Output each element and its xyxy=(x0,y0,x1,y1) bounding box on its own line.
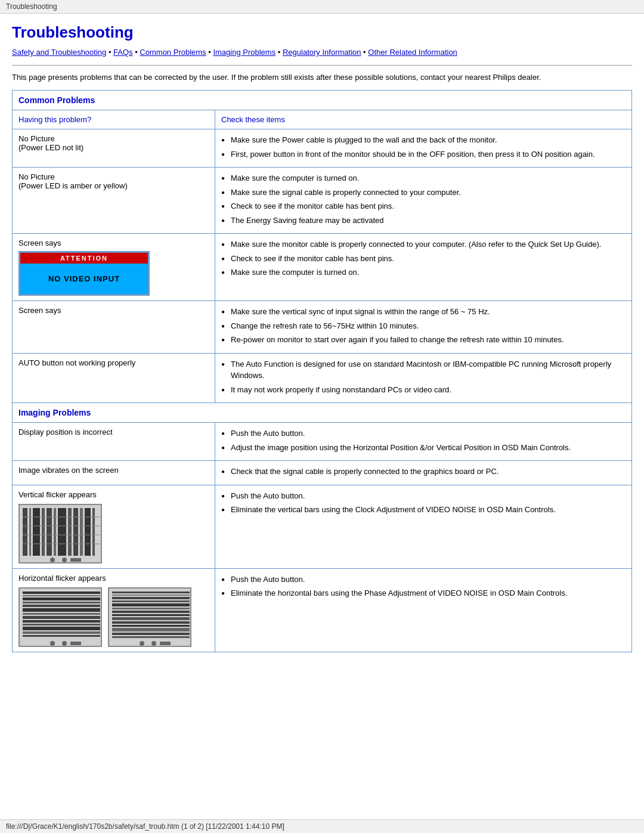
nav-link-imaging[interactable]: Imaging Problems xyxy=(213,48,275,57)
problem-cell: No Picture(Power LED not lit) xyxy=(13,129,215,168)
svg-rect-48 xyxy=(112,625,190,627)
problem-text: Display position is incorrect xyxy=(18,428,113,436)
svg-rect-1 xyxy=(23,508,27,556)
tab-label: Troubleshooting xyxy=(6,2,57,11)
check-cell: The Auto Function is designed for use on… xyxy=(215,353,632,403)
list-item: Push the Auto button. xyxy=(221,428,626,439)
problem-text: Horizontal flicker appears xyxy=(18,574,209,583)
list-item: Check to see if the monitor cable has be… xyxy=(221,253,626,265)
list-item: Check to see if the monitor cable has be… xyxy=(221,200,626,212)
svg-rect-38 xyxy=(112,592,190,593)
svg-rect-46 xyxy=(112,617,190,620)
table-row: Vertical flicker appears xyxy=(13,485,632,568)
list-item: Make sure the computer is turned on. xyxy=(221,267,626,278)
check-list: Make sure the monitor cable is properly … xyxy=(221,239,626,278)
svg-rect-39 xyxy=(112,594,190,596)
nav-link-faqs[interactable]: FAQs xyxy=(113,48,133,57)
svg-rect-6 xyxy=(54,508,56,556)
col-header-problem: Having this problem? xyxy=(13,110,215,129)
svg-rect-41 xyxy=(112,600,190,602)
problem-cell: Horizontal flicker appears xyxy=(13,568,215,652)
table-row: Horizontal flicker appears xyxy=(13,568,632,652)
list-item: Make sure the computer is turned on. xyxy=(221,172,626,184)
svg-point-34 xyxy=(50,641,55,646)
check-list: Make sure the vertical sync of input sig… xyxy=(221,306,626,346)
check-list: Push the Auto button. Eliminate the hori… xyxy=(221,574,626,599)
problem-text: Screen says xyxy=(18,239,209,247)
problem-cell: Vertical flicker appears xyxy=(13,485,215,568)
svg-rect-25 xyxy=(23,605,100,607)
svg-rect-54 xyxy=(160,642,171,645)
svg-rect-2 xyxy=(29,508,31,556)
problem-cell: No Picture(Power LED is amber or yellow) xyxy=(13,168,215,234)
svg-rect-30 xyxy=(23,624,100,625)
svg-rect-22 xyxy=(23,595,100,596)
nav-link-common[interactable]: Common Problems xyxy=(140,48,206,57)
check-list: Make sure the computer is turned on. Mak… xyxy=(221,172,626,226)
content-area: Troubleshooting Safety and Troubleshooti… xyxy=(0,14,644,670)
intro-text: This page presents problems that can be … xyxy=(12,72,632,83)
svg-rect-36 xyxy=(70,642,81,645)
check-cell: Make sure the computer is turned on. Mak… xyxy=(215,168,632,234)
screen-mock-horizontal-1 xyxy=(18,587,102,647)
problem-text: Image vibrates on the screen xyxy=(18,466,119,475)
list-item: Check that the signal cable is properly … xyxy=(221,466,626,478)
check-list: Push the Auto button. Adjust the image p… xyxy=(221,428,626,453)
problem-cell: AUTO button not working properly xyxy=(13,353,215,403)
problem-cell: Display position is incorrect xyxy=(13,423,215,461)
svg-rect-23 xyxy=(23,597,100,600)
svg-rect-45 xyxy=(112,614,190,616)
page-title: Troubleshooting xyxy=(12,23,632,42)
nav-link-regulatory[interactable]: Regulatory Information xyxy=(283,48,361,57)
list-item: Adjust the image position using the Hori… xyxy=(221,442,626,454)
svg-rect-12 xyxy=(92,508,95,556)
svg-rect-21 xyxy=(23,592,100,594)
table-row: No Picture(Power LED not lit) Make sure … xyxy=(13,129,632,168)
svg-rect-50 xyxy=(112,633,190,635)
svg-rect-32 xyxy=(23,631,100,634)
check-cell: Push the Auto button. Adjust the image p… xyxy=(215,423,632,461)
list-item: Re-power on monitor to start over again … xyxy=(221,334,626,346)
problem-text: Vertical flicker appears xyxy=(18,490,209,499)
list-item: Eliminate the vertical bars using the Cl… xyxy=(221,504,626,516)
check-cell: Check that the signal cable is properly … xyxy=(215,461,632,485)
svg-point-53 xyxy=(151,641,156,646)
svg-rect-43 xyxy=(112,608,190,609)
table-row: Image vibrates on the screen Check that … xyxy=(13,461,632,485)
horizontal-flicker-svg-2 xyxy=(109,589,191,647)
nav-link-safety[interactable]: Safety and Troubleshooting xyxy=(12,48,106,57)
list-item: Change the refresh rate to 56~75Hz withi… xyxy=(221,320,626,332)
imaging-problems-section: Imaging Problems xyxy=(13,403,632,423)
problem-cell: Screen says xyxy=(13,301,215,354)
list-item: The Energy Saving feature may be activat… xyxy=(221,215,626,227)
svg-rect-42 xyxy=(112,603,190,606)
svg-rect-5 xyxy=(47,508,52,556)
problem-text: No Picture(Power LED is amber or yellow) xyxy=(18,172,128,190)
common-problems-header-row: Common Problems xyxy=(13,91,632,110)
svg-rect-51 xyxy=(112,636,190,638)
svg-rect-19 xyxy=(70,558,81,562)
table-row: No Picture(Power LED is amber or yellow)… xyxy=(13,168,632,234)
nav-link-other[interactable]: Other Related Information xyxy=(368,48,457,57)
horizontal-flicker-svg-1 xyxy=(20,589,102,647)
svg-rect-26 xyxy=(23,608,100,612)
table-row: Screen says ATTENTION NO VIDEO INPUT Mak… xyxy=(13,234,632,301)
list-item: Push the Auto button. xyxy=(221,574,626,586)
horizontal-flicker-images xyxy=(18,587,209,647)
problem-cell: Image vibrates on the screen xyxy=(13,461,215,485)
svg-point-52 xyxy=(140,641,144,646)
col-header-check: Check these items xyxy=(215,110,632,129)
problems-table: Common Problems Having this problem? Che… xyxy=(12,90,632,652)
list-item: Make sure the signal cable is properly c… xyxy=(221,187,626,199)
svg-point-17 xyxy=(50,558,55,562)
svg-rect-44 xyxy=(112,611,190,613)
nav-links: Safety and Troubleshooting • FAQs • Comm… xyxy=(12,47,632,59)
check-cell: Make sure the vertical sync of input sig… xyxy=(215,301,632,354)
check-list: Check that the signal cable is properly … xyxy=(221,466,626,478)
problem-text: Screen says xyxy=(18,306,209,315)
check-cell: Make sure the Power cable is plugged to … xyxy=(215,129,632,168)
check-cell: Push the Auto button. Eliminate the vert… xyxy=(215,485,632,568)
list-item: Make sure the vertical sync of input sig… xyxy=(221,306,626,318)
svg-rect-3 xyxy=(33,508,40,556)
problem-text: No Picture(Power LED not lit) xyxy=(18,134,83,152)
